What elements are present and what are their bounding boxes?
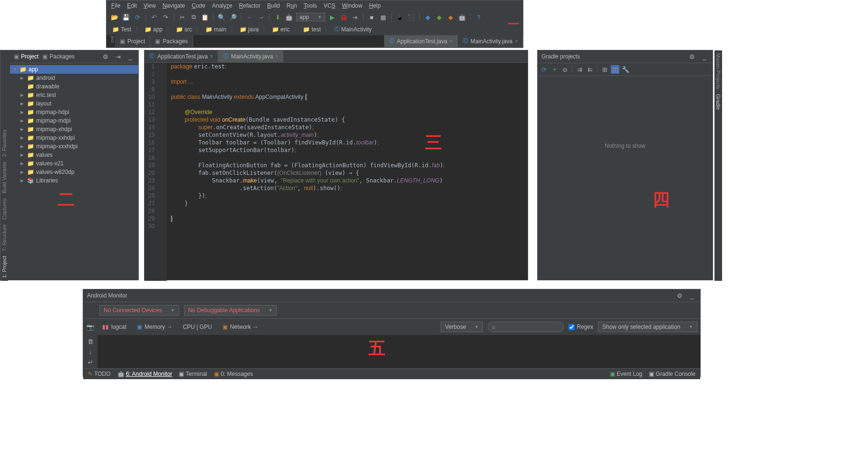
tree-item-mipmap-xxhdpi[interactable]: ▶📁mipmap-xxhdpi xyxy=(10,134,138,142)
tasks-icon[interactable]: ⊞ xyxy=(600,65,609,74)
top-tab-packages[interactable]: ▣Packages xyxy=(150,35,193,47)
close-icon[interactable]: × xyxy=(275,54,278,59)
menu-window[interactable]: Window xyxy=(342,2,362,9)
android-icon[interactable]: 🤖 xyxy=(285,13,293,21)
top-tab-apptest[interactable]: ⒸApplicationTest.java× xyxy=(384,35,458,47)
save-icon[interactable]: 💾 xyxy=(122,13,130,21)
undo-icon[interactable]: ↶ xyxy=(150,13,158,21)
layout-icon[interactable]: ▦ xyxy=(379,13,387,21)
stop-icon[interactable]: ■ xyxy=(367,13,376,21)
redo-icon[interactable]: ↷ xyxy=(161,13,170,21)
crumb-main[interactable]: 📁main xyxy=(203,26,228,33)
ext1-icon[interactable]: ◆ xyxy=(424,13,432,21)
crumb-test[interactable]: 📁Test xyxy=(110,26,133,33)
menu-navigate[interactable]: Navigate xyxy=(163,2,185,9)
tab-memory[interactable]: ▣Memory → xyxy=(134,323,175,331)
tw-structure[interactable]: 7: Structure xyxy=(1,224,7,251)
menu-analyze[interactable]: Analyze xyxy=(212,2,232,9)
tw-messages[interactable]: ▣ 0: Messages xyxy=(214,371,253,377)
refresh-icon[interactable]: ⟳ xyxy=(540,65,548,74)
close-icon[interactable]: × xyxy=(515,38,518,44)
tab-cpu[interactable]: CPU | GPU xyxy=(180,323,215,331)
run-config-dropdown[interactable]: app▼ xyxy=(296,13,325,21)
tw-android-monitor[interactable]: 🤖 6: Android Monitor xyxy=(117,371,173,377)
tw-project[interactable]: 1: Project xyxy=(1,256,7,278)
editor-tab-mainactivity[interactable]: ⒸMainActivity.java× xyxy=(218,50,283,62)
help-icon[interactable]: ? xyxy=(474,13,483,21)
detach-icon[interactable]: ⊖ xyxy=(560,65,569,74)
logcat-output[interactable] xyxy=(97,335,700,368)
clear-icon[interactable]: 🗑 xyxy=(86,337,95,345)
ext4-icon[interactable]: 🤖 xyxy=(458,13,466,21)
tw-eventlog[interactable]: ▣ Event Log xyxy=(610,371,642,377)
scroll-icon[interactable]: ↓ xyxy=(86,347,95,356)
crumb-eric[interactable]: 📁eric xyxy=(270,26,291,33)
editor-body[interactable]: 1239101112131415161718192023242527282930… xyxy=(145,63,528,281)
editor-tab-apptest[interactable]: ⒸApplicationTest.java× xyxy=(145,50,218,62)
copy-icon[interactable]: ⧉ xyxy=(189,13,198,21)
tree-item-libraries[interactable]: ▶📚Libraries xyxy=(10,176,138,185)
cut-icon[interactable]: ✂ xyxy=(178,13,186,21)
collapse-icon[interactable]: ⇥ xyxy=(114,52,122,61)
gear-icon[interactable]: ⚙ xyxy=(688,52,696,61)
crumb-app[interactable]: 📁app xyxy=(143,26,164,33)
tree-root-app[interactable]: ▼📁app xyxy=(10,65,138,74)
debuggable-dropdown[interactable]: No Debuggable Applications▼ xyxy=(184,305,277,316)
crumb-src[interactable]: 📁src xyxy=(174,26,194,33)
project-tool-btn[interactable]: ject xyxy=(106,35,115,47)
crumb-java[interactable]: 📁java xyxy=(238,26,260,33)
ext2-icon[interactable]: ◆ xyxy=(435,13,444,21)
camera-icon[interactable]: 📷 xyxy=(86,323,95,331)
tree-item-mipmap-hdpi[interactable]: ▶📁mipmap-hdpi xyxy=(10,108,138,116)
tab-network[interactable]: ▣Network → xyxy=(220,323,261,331)
tree-item-values-w820dp[interactable]: ▶📁values-w820dp xyxy=(10,168,138,176)
tree-item-mipmap-mdpi[interactable]: ▶📁mipmap-mdpi xyxy=(10,116,138,125)
ext3-icon[interactable]: ◆ xyxy=(446,13,455,21)
open-icon[interactable]: 📂 xyxy=(110,13,119,21)
tree-item-values[interactable]: ▶📁values xyxy=(10,151,138,159)
add-icon[interactable]: ＋ xyxy=(550,65,559,74)
replace-icon[interactable]: 🔎 xyxy=(229,13,237,21)
wrench-icon[interactable]: 🔧 xyxy=(621,65,630,74)
menu-help[interactable]: Help xyxy=(369,2,381,9)
top-tab-project[interactable]: ▣Project xyxy=(115,35,150,47)
tree-item-drawable[interactable]: 📁drawable xyxy=(10,82,138,91)
filter-dropdown[interactable]: Show only selected application▼ xyxy=(598,322,697,332)
make-icon[interactable]: ⬇ xyxy=(273,13,282,21)
close-icon[interactable]: × xyxy=(210,54,213,59)
tw-gradle[interactable]: Gradle xyxy=(715,94,721,110)
project-view-project[interactable]: ▣Project xyxy=(14,53,39,60)
menu-tools[interactable]: Tools xyxy=(304,2,317,9)
menu-build[interactable]: Build xyxy=(267,2,280,9)
tw-buildvariants[interactable]: Build Variants xyxy=(1,162,7,193)
code-area[interactable]: package eric.test; import ... public cla… xyxy=(167,63,444,281)
sdk-icon[interactable]: ⬛ xyxy=(407,13,415,21)
forward-icon[interactable]: → xyxy=(257,13,265,21)
menu-run[interactable]: Run xyxy=(287,2,297,9)
tree-item-android[interactable]: ▶📁android xyxy=(10,74,138,82)
top-tab-mainactivity[interactable]: ⒸMainActivity.java× xyxy=(458,35,523,47)
regex-checkbox[interactable]: Regex xyxy=(569,324,593,330)
tw-favorites[interactable]: 2: Favorites xyxy=(1,130,7,157)
tw-maven[interactable]: Maven Projects xyxy=(715,53,721,89)
menu-file[interactable]: File xyxy=(111,2,120,9)
hide-icon[interactable]: ⎯ xyxy=(688,291,696,300)
attach-icon[interactable]: ⇥ xyxy=(351,13,359,21)
menu-code[interactable]: Code xyxy=(192,2,205,9)
tree-item-mipmap-xxxhdpi[interactable]: ▶📁mipmap-xxxhdpi xyxy=(10,142,138,151)
close-icon[interactable]: × xyxy=(450,38,453,44)
hide-icon[interactable]: ⎯ xyxy=(126,52,135,61)
menu-edit[interactable]: Edit xyxy=(127,2,137,9)
debug-icon[interactable]: 🐞 xyxy=(339,13,348,21)
menu-refactor[interactable]: Refactor xyxy=(239,2,260,9)
tab-logcat[interactable]: ▮▮logcat xyxy=(99,323,129,331)
device-dropdown[interactable]: No Connected Devices▼ xyxy=(99,305,179,316)
tree-item-layout[interactable]: ▶📁layout xyxy=(10,99,138,108)
menu-view[interactable]: View xyxy=(144,2,156,9)
tree-item-mipmap-xhdpi[interactable]: ▶📁mipmap-xhdpi xyxy=(10,125,138,134)
run-icon[interactable]: ▶ xyxy=(328,13,337,21)
project-view-packages[interactable]: ▣Packages xyxy=(42,53,75,60)
crumb-test2[interactable]: 📁test xyxy=(301,26,322,33)
tree-item-values-v21[interactable]: ▶📁values-v21 xyxy=(10,159,138,168)
menu-vcs[interactable]: VCS xyxy=(324,2,336,9)
